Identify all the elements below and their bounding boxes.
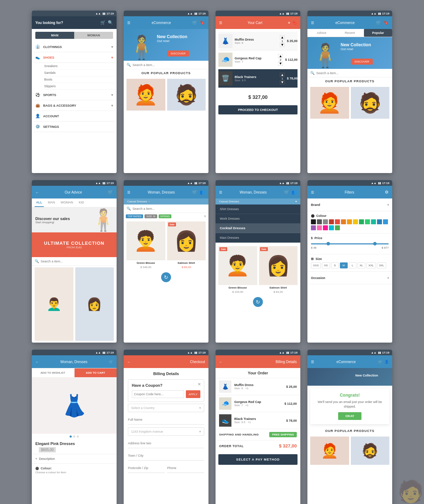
add-to-cart-button[interactable]: ADD TO CART bbox=[75, 368, 117, 377]
qty-up-1[interactable]: ▲ bbox=[278, 54, 283, 58]
brand-arrow[interactable]: › bbox=[388, 203, 389, 207]
swatch-16[interactable] bbox=[323, 225, 328, 230]
hamburger-6[interactable]: ☰ bbox=[127, 190, 130, 194]
back-icon-5[interactable]: ← bbox=[35, 190, 39, 194]
product-card-6-2[interactable]: Sale 👩 Salmon Shirt $ 89,00 bbox=[167, 221, 206, 269]
tab-recent[interactable]: Recent bbox=[336, 29, 364, 37]
product-card-7-2[interactable]: Sale 👩 Salmon Shirt $ 84,00 bbox=[259, 246, 298, 293]
sub-item-sandals[interactable]: Sandals bbox=[44, 70, 115, 76]
swatch-9[interactable] bbox=[359, 219, 364, 224]
phone-input[interactable] bbox=[167, 463, 204, 473]
swatch-15[interactable] bbox=[317, 225, 322, 230]
dropdown-item-work[interactable]: Work Dresses bbox=[216, 214, 300, 224]
search-nav-icon[interactable]: 🔍 bbox=[108, 20, 113, 25]
size-xs[interactable]: XS bbox=[322, 262, 330, 268]
advice-tab-man[interactable]: MAN bbox=[47, 198, 57, 207]
swatch-8[interactable] bbox=[353, 219, 358, 224]
swatch-5[interactable] bbox=[335, 219, 340, 224]
user-icon-12[interactable]: 👤 bbox=[384, 360, 389, 364]
sub-item-slippers[interactable]: Slippers bbox=[44, 83, 115, 90]
advice-product-2[interactable]: 👩 bbox=[75, 267, 114, 341]
people-icon-6[interactable]: 👥 bbox=[200, 190, 205, 195]
dot-1[interactable] bbox=[70, 435, 72, 438]
product-card-4-w[interactable]: 🧑‍🦰 bbox=[310, 87, 349, 119]
hamburger-4[interactable]: ☰ bbox=[311, 21, 314, 25]
coupon-close[interactable]: ✕ bbox=[198, 382, 201, 387]
cart-icon-5[interactable]: 🛒 bbox=[108, 190, 113, 195]
swatch-18[interactable] bbox=[335, 225, 340, 230]
size-xxl[interactable]: XXL bbox=[366, 262, 376, 268]
qty-down-1[interactable]: ▼ bbox=[278, 61, 283, 66]
size-s[interactable]: S bbox=[331, 262, 339, 268]
size-xl[interactable]: XL bbox=[358, 262, 365, 268]
close-icon[interactable]: ✕ bbox=[288, 21, 290, 25]
search-input-6[interactable] bbox=[132, 207, 206, 211]
size-m[interactable]: M bbox=[340, 262, 348, 268]
advice-tab-all[interactable]: ALL bbox=[35, 198, 44, 207]
swatch-14[interactable] bbox=[311, 225, 316, 230]
swatch-4[interactable] bbox=[329, 219, 334, 224]
menu-item-shoes[interactable]: 👟 SHOES ▾ bbox=[34, 52, 115, 63]
search-input-5[interactable] bbox=[41, 260, 114, 263]
size-xxs[interactable]: XXS bbox=[311, 262, 321, 268]
advice-tab-woman[interactable]: WOMAN bbox=[59, 198, 75, 207]
swatch-10[interactable] bbox=[365, 219, 370, 224]
qty-up-2[interactable]: ▲ bbox=[280, 73, 285, 77]
product-card-7-1[interactable]: Sale 🧑‍🦱 Green Blouse $ 109,00 bbox=[218, 246, 257, 293]
swatch-7[interactable] bbox=[347, 219, 352, 224]
search-input-2[interactable] bbox=[132, 63, 206, 67]
sub-item-sneakers[interactable]: Sneakers bbox=[44, 63, 115, 70]
product-card-12-m[interactable]: 🧔 bbox=[351, 437, 390, 465]
occasion-arrow[interactable]: › bbox=[388, 276, 389, 280]
slider-handle-left[interactable] bbox=[326, 242, 330, 245]
cart-icon-12[interactable]: 🛒 bbox=[378, 360, 382, 364]
qty-down-2[interactable]: ▼ bbox=[280, 80, 285, 84]
product-card-12-w[interactable]: 🧑‍🦰 bbox=[310, 437, 349, 465]
discover-button-4[interactable]: DISCOVER bbox=[351, 59, 373, 65]
cart-icon-6[interactable]: 🛒 bbox=[192, 190, 198, 195]
apply-button[interactable]: APPLY bbox=[186, 390, 200, 398]
wishlist-button[interactable]: ADD TO WISHLIST bbox=[32, 368, 75, 377]
hamburger-7[interactable]: ☰ bbox=[219, 190, 222, 194]
swatch-3[interactable] bbox=[323, 219, 328, 224]
woman-button[interactable]: WOMAN bbox=[74, 32, 113, 39]
filter-icon[interactable]: 🔖 bbox=[293, 21, 297, 25]
menu-item-account[interactable]: 👤 ACCOUNT bbox=[34, 111, 115, 121]
swatch-17[interactable] bbox=[329, 225, 334, 230]
advice-tab-kid[interactable]: KID bbox=[77, 198, 86, 207]
fullname-input[interactable] bbox=[128, 415, 204, 425]
swatch-1[interactable] bbox=[311, 219, 316, 224]
hamburger-12[interactable]: ☰ bbox=[311, 360, 314, 364]
product-card-6-1[interactable]: 🧑‍🦱 Green Blouse $ 348,00 bbox=[126, 221, 165, 269]
swatch-12[interactable] bbox=[377, 219, 382, 224]
size-l[interactable]: L bbox=[349, 262, 357, 268]
filter-icon-6[interactable]: ✕ bbox=[204, 215, 206, 218]
okay-button[interactable]: OKAY bbox=[338, 412, 361, 420]
swatch-11[interactable] bbox=[371, 219, 376, 224]
dropdown-item-shirt[interactable]: Shirt Dresses bbox=[216, 204, 300, 214]
back-icon-10[interactable]: ← bbox=[127, 360, 131, 364]
menu-item-clothings[interactable]: 👔 CLOTHINGS ▾ bbox=[34, 42, 115, 52]
back-icon-9[interactable]: ← bbox=[35, 360, 39, 364]
tab-popular[interactable]: Popular bbox=[364, 29, 392, 37]
sub-item-boots[interactable]: Boots bbox=[44, 76, 115, 83]
cart-icon-4[interactable]: 🛒 bbox=[376, 20, 381, 25]
size-3xl[interactable]: 3XL bbox=[377, 262, 386, 268]
bookmark-icon-4[interactable]: 🔖 bbox=[383, 20, 389, 25]
fab-button-7[interactable]: ↻ bbox=[253, 297, 263, 307]
dropdown-arrow-7[interactable]: ▾ bbox=[295, 200, 297, 203]
swatch-6[interactable] bbox=[341, 219, 346, 224]
product-card-woman[interactable]: 🧑‍🦰 bbox=[126, 79, 165, 111]
cart-icon-7[interactable]: 🛒 bbox=[284, 190, 289, 195]
man-button[interactable]: MAN bbox=[35, 32, 74, 39]
menu-item-sports[interactable]: ⚽ SPORTS ▾ bbox=[34, 90, 115, 100]
qty-down-0[interactable]: ▼ bbox=[280, 43, 285, 47]
product-card-4-m[interactable]: 🧔 bbox=[351, 87, 390, 119]
pay-button[interactable]: SELECT A PAY METHOD bbox=[218, 454, 298, 465]
checkout-button[interactable]: PROCEED TO CHECKOUT bbox=[218, 105, 298, 114]
menu-item-bags[interactable]: 👜 BAGS & ACCESSORY ▾ bbox=[34, 100, 115, 111]
swatch-13[interactable] bbox=[383, 219, 388, 224]
dot-2[interactable] bbox=[73, 435, 75, 438]
qty-up-0[interactable]: ▲ bbox=[280, 35, 285, 40]
city-input[interactable] bbox=[128, 451, 204, 461]
